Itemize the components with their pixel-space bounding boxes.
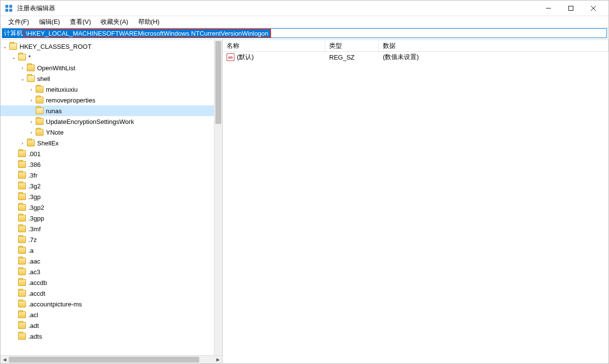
folder-icon (18, 258, 26, 264)
folder-icon (36, 97, 43, 103)
folder-icon (18, 150, 26, 157)
tree-node-removeproperties[interactable]: ••• › removeproperties (0, 95, 222, 105)
window-title: 注册表编辑器 (17, 4, 537, 13)
folder-icon (36, 129, 43, 136)
tree-node-ext-accdt[interactable]: •• .accdt (0, 288, 222, 299)
values-list[interactable]: ab (默认) REG_SZ (数值未设置) (223, 52, 609, 364)
svg-rect-3 (9, 9, 12, 12)
tree-node-ext-accdb[interactable]: •• .accdb (0, 277, 222, 288)
folder-icon (18, 236, 26, 243)
folder-icon (18, 225, 26, 232)
menu-help[interactable]: 帮助(H) (133, 17, 165, 27)
tree-node-ext-acl[interactable]: •• .acl (0, 309, 222, 320)
folder-icon (18, 311, 26, 318)
tree-scroll[interactable]: ⌄ HKEY_CLASSES_ROOT • ⌄ * •• › OpenWithL… (0, 40, 222, 355)
column-header-name[interactable]: 名称 (223, 40, 325, 51)
folder-icon (18, 290, 26, 297)
svg-rect-1 (9, 5, 12, 8)
tree-node-ext-001[interactable]: •• .001 (0, 148, 222, 159)
tree-node-star[interactable]: • ⌄ * (0, 52, 222, 62)
regedit-icon (4, 4, 13, 13)
tree-node-ext-3mf[interactable]: •• .3mf (0, 223, 222, 234)
tree-node-ext-adts[interactable]: •• .adts (0, 331, 222, 342)
value-row-default[interactable]: ab (默认) REG_SZ (数值未设置) (223, 52, 609, 62)
folder-icon (18, 161, 26, 168)
value-type: REG_SZ (325, 54, 379, 61)
folder-icon (36, 86, 43, 93)
tree-node-ext-a[interactable]: •• .a (0, 245, 222, 256)
address-path: \HKEY_LOCAL_MACHINESOFTWAREMicrosoftWind… (23, 29, 271, 38)
svg-rect-2 (5, 9, 8, 12)
tree-node-ext-3fr[interactable]: •• .3fr (0, 170, 222, 181)
tree-node-hkcr[interactable]: ⌄ HKEY_CLASSES_ROOT (0, 41, 222, 52)
tree-node-ext-3g2[interactable]: •• .3g2 (0, 181, 222, 191)
menu-edit[interactable]: 编辑(E) (34, 17, 65, 27)
tree-node-shellex[interactable]: •• › ShellEx (0, 138, 222, 148)
values-header: 名称 类型 数据 (223, 40, 609, 52)
folder-icon (18, 279, 26, 286)
tree-node-ext-ac3[interactable]: •• .ac3 (0, 266, 222, 277)
menu-favorites[interactable]: 收藏夹(A) (96, 17, 133, 27)
address-bar[interactable]: 计算机 \HKEY_LOCAL_MACHINESOFTWAREMicrosoft… (2, 28, 607, 38)
tree-node-openwithlist[interactable]: •• › OpenWithList (0, 62, 222, 73)
column-header-type[interactable]: 类型 (325, 40, 379, 51)
tree-node-ext-7z[interactable]: •• .7z (0, 234, 222, 245)
folder-icon (9, 43, 17, 50)
address-prefix: 计算机 (2, 29, 24, 38)
tree-node-ext-adt[interactable]: •• .adt (0, 320, 222, 331)
svg-rect-0 (5, 5, 8, 8)
folder-icon (18, 215, 26, 222)
folder-icon (18, 54, 26, 61)
title-bar: 注册表编辑器 (0, 0, 609, 16)
menu-file[interactable]: 文件(F) (3, 17, 34, 27)
svg-rect-5 (569, 6, 573, 10)
value-name: (默认) (237, 53, 254, 61)
tree-node-updateencryption[interactable]: ••• › UpdateEncryptionSettingsWork (0, 116, 222, 127)
folder-icon (18, 268, 26, 275)
folder-icon (18, 182, 26, 189)
close-button[interactable] (582, 0, 605, 16)
tree-node-shell[interactable]: •• ⌄ shell (0, 73, 222, 84)
folder-icon (18, 301, 26, 307)
tree-vertical-scrollbar[interactable] (214, 40, 222, 355)
menu-view[interactable]: 查看(V) (65, 17, 96, 27)
menu-bar: 文件(F) 编辑(E) 查看(V) 收藏夹(A) 帮助(H) (0, 16, 609, 28)
minimize-button[interactable] (537, 0, 560, 16)
registry-tree: ⌄ HKEY_CLASSES_ROOT • ⌄ * •• › OpenWithL… (0, 40, 222, 342)
main-pane: ⌄ HKEY_CLASSES_ROOT • ⌄ * •• › OpenWithL… (0, 40, 609, 364)
folder-icon (18, 322, 26, 329)
values-pane: 名称 类型 数据 ab (默认) REG_SZ (数值未设置) (223, 40, 609, 364)
tree-node-ext-3gpp[interactable]: •• .3gpp (0, 213, 222, 223)
tree-node-ynote[interactable]: ••• › YNote (0, 127, 222, 138)
tree-node-meituxiuxiu[interactable]: ••• › meituxiuxiu (0, 84, 222, 95)
folder-icon (18, 172, 26, 179)
scrollbar-thumb[interactable] (215, 41, 221, 124)
folder-icon (36, 118, 43, 125)
column-header-data[interactable]: 数据 (379, 40, 609, 51)
tree-pane: ⌄ HKEY_CLASSES_ROOT • ⌄ * •• › OpenWithL… (0, 40, 223, 364)
tree-node-ext-3gp2[interactable]: •• .3gp2 (0, 202, 222, 213)
string-value-icon: ab (227, 53, 234, 61)
tree-node-ext-386[interactable]: •• .386 (0, 159, 222, 170)
tree-node-runas[interactable]: ••• • runas (0, 105, 222, 116)
folder-icon (27, 64, 35, 71)
maximize-button[interactable] (560, 0, 582, 16)
tree-node-ext-accountpicture[interactable]: •• .accountpicture-ms (0, 299, 222, 309)
scroll-left-arrow-icon[interactable]: ◀ (0, 356, 9, 364)
folder-icon (18, 193, 26, 200)
tree-node-ext-3gp[interactable]: •• .3gp (0, 191, 222, 202)
folder-icon (36, 107, 43, 114)
value-data: (数值未设置) (379, 53, 609, 61)
folder-icon (18, 204, 26, 211)
window-controls (537, 0, 605, 16)
folder-icon (27, 140, 35, 146)
folder-icon (18, 333, 26, 340)
folder-icon (18, 247, 26, 254)
scrollbar-thumb[interactable] (9, 357, 199, 363)
folder-icon (27, 75, 35, 82)
tree-node-ext-aac[interactable]: •• .aac (0, 256, 222, 266)
tree-horizontal-scrollbar[interactable]: ◀ ▶ (0, 355, 222, 364)
scroll-right-arrow-icon[interactable]: ▶ (214, 356, 222, 364)
